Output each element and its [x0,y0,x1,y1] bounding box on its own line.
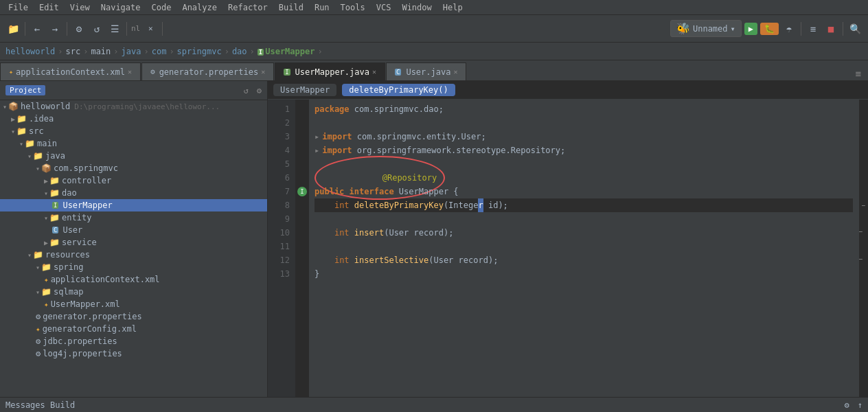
expand-icon-bottom[interactable]: ↑ [858,400,863,410]
tab-applicationcontext[interactable]: ✦ applicationContext.xml ✕ [0,62,141,80]
forward-icon[interactable]: → [47,21,62,36]
gutter-l2 [295,116,309,130]
menu-build[interactable]: Build [273,1,309,14]
bc-sep3: › [113,47,118,56]
toolbar-separator-5 [801,22,801,36]
tree-item-src[interactable]: ▾ 📁 src [0,125,267,137]
tree-item-usermapper-xml[interactable]: ✦ UserMapper.xml [0,298,267,310]
bc-sep5: › [169,47,174,56]
tab-close-user[interactable]: ✕ [453,68,457,76]
settings-icon-bottom[interactable]: ⚙ [845,400,849,410]
menu-tools[interactable]: Tools [335,1,371,14]
menu-navigate[interactable]: Navigate [95,1,146,14]
tab-usermapper-java[interactable]: I UserMapper.java ✕ [275,62,385,80]
stop-icon[interactable]: ■ [823,21,838,36]
tree-item-generatorconfig[interactable]: ✦ generatorConfig.xml [0,323,267,335]
code-lines[interactable]: package com.springmvc.dao; ▸import com.s… [309,100,858,397]
run-config-selector[interactable]: 🐝 Unnamed ▾ [670,20,742,37]
menu-analyze[interactable]: Analyze [176,1,222,14]
editor-column: UserMapper deleteByPrimaryKey() 1 2 3 4 … [268,81,868,397]
bc-sep1: › [58,47,62,56]
gear-icon[interactable]: ⚙ [257,86,262,95]
tree-item-entity[interactable]: ▾ 📁 entity [0,211,267,224]
tree-item-resources[interactable]: ▾ 📁 resources [0,249,267,261]
bc-usermapper[interactable]: IUserMapper [258,47,315,56]
menu-window[interactable]: Window [396,1,437,14]
project-folder-icon: 📦 [8,102,19,111]
kw-int2: int [334,226,350,240]
menu-view[interactable]: View [65,1,95,14]
debug-button[interactable]: 🐛 [760,23,779,35]
menu-help[interactable]: Help [437,1,468,14]
project-tab[interactable]: Project [5,85,45,95]
structure-icon[interactable]: ☰ [107,21,122,36]
tree-label-generatorconfig: generatorConfig.xml [43,324,137,334]
line-numbers: 1 2 3 4 5 6 7 8 9 10 11 12 13 [268,100,295,397]
tree-item-controller[interactable]: ▶ 📁 controller [0,174,267,187]
tab-options[interactable]: ≡ [852,67,868,80]
tree-item-service[interactable]: ▶ 📁 service [0,236,267,249]
messages-build-label[interactable]: Messages Build [5,400,75,410]
tree-item-sqlmap[interactable]: ▾ 📁 sqlmap [0,286,267,298]
tab-close-appcontext[interactable]: ✕ [128,68,132,76]
sync-icon[interactable]: ↺ [89,21,104,36]
menu-vcs[interactable]: VCS [371,1,397,14]
arrow-resources: ▾ [27,251,32,259]
tree-item-generatorprops[interactable]: ⚙ generator.properties [0,310,267,323]
bc-project[interactable]: helloworld [5,47,55,56]
bc-main[interactable]: main [91,47,111,56]
tree-item-idea[interactable]: ▶ 📁 .idea [0,113,267,125]
sync-project-icon[interactable]: ↺ [244,86,249,95]
bc-java[interactable]: java [122,47,141,56]
menu-code[interactable]: Code [146,1,177,14]
tree-item-main[interactable]: ▾ 📁 main [0,137,267,150]
bc-dao[interactable]: dao [232,47,247,56]
tree-item-jdbcprops[interactable]: ⚙ jdbc.properties [0,335,267,347]
tree-item-dao[interactable]: ▾ 📁 dao [0,187,267,199]
run-list-icon[interactable]: ≡ [806,21,821,36]
method-delete: deleteByPrimaryKey [354,198,444,212]
menu-refactor[interactable]: Refactor [222,1,273,14]
gutter-l7-icon[interactable]: I [295,185,309,198]
gutter-l6 [295,171,309,185]
paren10b: ); [444,226,453,240]
menu-file[interactable]: File [3,1,34,14]
tree-item-com-springmvc[interactable]: ▾ 📦 com.springmvc [0,162,267,174]
tree-label-generatorprops: generator.properties [43,312,142,321]
project-icon[interactable]: 📁 [5,21,21,36]
coverage-button[interactable]: ☂ [781,21,797,36]
tree-label-spring: spring [54,262,83,272]
bc-springmvc[interactable]: springmvc [177,47,222,56]
sp12b [453,253,458,267]
folder-icon-main: 📁 [25,139,35,148]
tree-label-controller: controller [62,176,111,185]
tab-close-usermapper[interactable]: ✕ [372,68,376,76]
menu-run[interactable]: Run [309,1,335,14]
run-button[interactable]: ▶ [744,23,757,35]
tree-item-java[interactable]: ▾ 📁 java [0,150,267,162]
tree-item-usermapper[interactable]: I UserMapper [0,199,267,211]
tree-path-helloworld: D:\programing\javaee\hellowor... [74,102,220,111]
kw-int1: int [334,198,350,212]
close-tab-icon[interactable]: ✕ [143,21,158,36]
tab-close-genprops[interactable]: ✕ [261,68,265,76]
tab-more-icon[interactable]: ≡ [852,67,865,80]
search-everywhere-icon[interactable]: 🔍 [847,21,863,36]
tree-item-spring[interactable]: ▾ 📁 spring [0,261,267,273]
tree-item-helloworld[interactable]: ▾ 📦 helloworld D:\programing\javaee\hell… [0,100,267,113]
settings-icon[interactable]: ⚙ [71,21,87,36]
bc-com[interactable]: com [152,47,167,56]
back-icon[interactable]: ← [30,21,45,36]
rg-l11 [859,240,868,253]
menu-edit[interactable]: Edit [34,1,65,14]
tree-item-log4jprops[interactable]: ⚙ log4j.properties [0,347,267,360]
bc-src[interactable]: src [65,47,80,56]
editor-tab-usermapper[interactable]: UserMapper [273,84,336,96]
tree-item-user[interactable]: C User [0,224,267,236]
editor-tab-deletebykey[interactable]: deleteByPrimaryKey() [342,84,455,96]
tab-generatorprops[interactable]: ⚙ generator.properties ✕ [141,62,274,80]
tab-user-java[interactable]: C User.java ✕ [386,62,466,80]
paren12b: ); [488,253,498,267]
tree-item-appcontext[interactable]: ✦ applicationContext.xml [0,273,267,286]
kw-interface: interface [350,185,394,198]
